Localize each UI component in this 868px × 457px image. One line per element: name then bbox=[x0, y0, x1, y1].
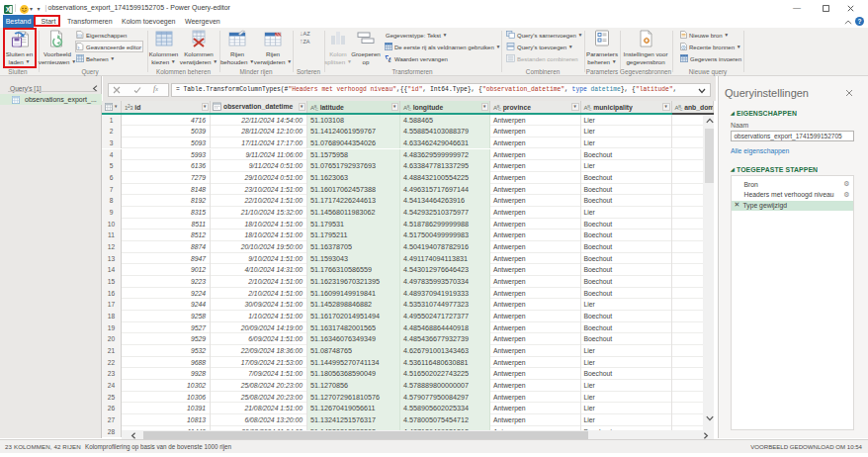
svg-text:X: X bbox=[6, 6, 11, 13]
svg-text:2: 2 bbox=[389, 57, 391, 62]
svg-text:?: ? bbox=[858, 18, 862, 25]
